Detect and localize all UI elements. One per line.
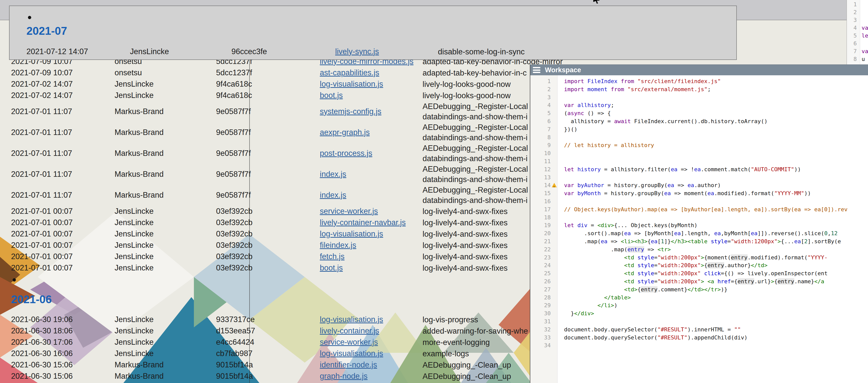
- file-link[interactable]: post-process.js: [320, 149, 372, 158]
- file-link[interactable]: lively-container-navbar.js: [320, 218, 406, 227]
- cell-commit-hash[interactable]: 9015bf14a: [216, 360, 253, 370]
- gutter-line-number: 4: [530, 101, 557, 109]
- cell-commit-hash[interactable]: e4cc64424: [216, 338, 254, 347]
- code-editor[interactable]: vale vau: [860, 0, 868, 68]
- cell-commit-hash[interactable]: 9e0587f7f: [216, 149, 251, 158]
- cell-commit-hash[interactable]: 03ef392cb: [216, 218, 253, 227]
- file-link[interactable]: log-visualisation.js: [320, 349, 383, 358]
- cell-file: log-visualisation.js: [320, 229, 383, 238]
- code-line: [564, 133, 868, 141]
- gutter-line-number: 15: [530, 189, 557, 197]
- file-link[interactable]: index.js: [320, 170, 346, 179]
- cell-commit-hash[interactable]: 03ef392cb: [216, 241, 253, 250]
- month-header: 2021-06: [11, 293, 52, 306]
- file-link[interactable]: graph-node.js: [320, 372, 368, 381]
- comment-line: more-event-logging: [423, 337, 490, 347]
- warning-icon[interactable]: [552, 183, 557, 187]
- cell-file: aexpr-graph.js: [320, 128, 370, 137]
- cell-commit-hash[interactable]: 9f4ca618c: [216, 91, 252, 100]
- file-link[interactable]: aexpr-graph.js: [320, 128, 370, 137]
- cell-file: log-visualisation.js: [320, 79, 383, 89]
- file-link[interactable]: fetch.js: [320, 252, 344, 261]
- gutter-line-number: 20: [530, 229, 557, 237]
- gutter-line-number: 11: [530, 157, 557, 165]
- cell-date: 2021-07-01 00:07: [11, 263, 73, 273]
- cell-author: Markus-Brand: [115, 149, 164, 158]
- cell-author: Markus-Brand: [115, 107, 164, 116]
- table-row: 2021-07-01 11:07Markus-Brand9e0587f7faex…: [11, 122, 52, 143]
- code-editor[interactable]: import FileIndex from "src/client/filein…: [558, 75, 868, 383]
- code-line: document.body.querySelector("#RESULT").a…: [564, 333, 868, 342]
- table-row: 2021-07-01 00:07JensLincke03ef392cblivel…: [11, 217, 52, 228]
- comment-line: example-logs: [423, 348, 469, 358]
- cell-commit-hash[interactable]: 96ccec3fe: [231, 47, 267, 56]
- file-link[interactable]: boot.js: [320, 263, 343, 272]
- table-row: 2021-07-01 00:07JensLincke03ef392cbservi…: [11, 205, 52, 217]
- cell-commit-hash[interactable]: 5dcc1237f: [216, 68, 252, 77]
- cell-comment: AEDebugging_-Register-Localdatabindings-…: [423, 101, 528, 122]
- overlay-window[interactable]: 2021-07 2021-07-12 14:07JensLincke96ccec…: [9, 5, 737, 60]
- file-link[interactable]: index.js: [320, 191, 346, 199]
- file-link[interactable]: fileindex.js: [320, 241, 356, 250]
- cell-date: 2021-06-30 19:06: [11, 315, 73, 324]
- cell-comment: lively-log-looks-good-now: [423, 90, 511, 100]
- cell-date: 2021-06-30 15:06: [11, 360, 73, 370]
- cell-author: JensLincke: [115, 315, 154, 324]
- code-line: [862, 39, 868, 47]
- file-link[interactable]: service-worker.js: [320, 338, 378, 347]
- cell-author: JensLincke: [115, 252, 154, 261]
- file-link[interactable]: log-visualisation.js: [320, 79, 383, 88]
- cell-file: lively-container.js: [320, 326, 379, 336]
- cell-commit-hash[interactable]: 9e0587f7f: [216, 128, 251, 137]
- gutter-line-number: 16: [530, 197, 557, 205]
- code-line: </table>: [564, 294, 868, 302]
- cell-date: 2021-07-01 11:07: [11, 170, 72, 179]
- code-line: var allhistory;: [564, 101, 868, 109]
- cell-commit-hash[interactable]: 9e0587f7f: [216, 170, 251, 179]
- file-link[interactable]: log-visualisation.js: [320, 229, 383, 238]
- file-link[interactable]: identifier-node.js: [320, 360, 377, 369]
- gutter-line-number: 17: [530, 205, 557, 214]
- code-line: va: [862, 47, 868, 55]
- table-row: 2021-06-30 17:06JensLinckee4cc64424servi…: [11, 337, 52, 348]
- cell-commit-hash[interactable]: cb7fab987: [216, 349, 253, 358]
- cell-commit-hash[interactable]: 03ef392cb: [216, 229, 253, 238]
- gutter-line-number: 28: [530, 294, 557, 302]
- workspace-titlebar[interactable]: Workspace: [530, 64, 868, 75]
- code-line: [564, 149, 868, 157]
- cell-comment: log-vis-progress: [423, 314, 478, 325]
- gutter-line-number: 3: [847, 16, 860, 24]
- file-link[interactable]: lively-container.js: [320, 326, 379, 335]
- file-link[interactable]: lively-sync.js: [335, 47, 379, 56]
- cell-author: Markus-Brand: [115, 191, 164, 200]
- gutter-line-number: 22: [530, 246, 557, 254]
- code-line: [564, 93, 868, 101]
- file-link[interactable]: boot.js: [320, 91, 343, 100]
- cell-commit-hash[interactable]: 9337317ce: [216, 315, 255, 324]
- file-link[interactable]: log-visualisation.js: [320, 315, 383, 324]
- cell-commit-hash[interactable]: 9015bf14a: [216, 372, 253, 381]
- gutter-line-number: 3: [530, 93, 557, 101]
- comment-line: AEDebugging_-Register-Local: [423, 164, 528, 174]
- code-line: allhistory = await FileIndex.current().d…: [564, 117, 868, 125]
- cell-commit-hash[interactable]: 03ef392cb: [216, 263, 253, 273]
- file-link[interactable]: service-worker.js: [320, 207, 378, 216]
- code-line: <td>{entry.comment}</td></tr>)}: [564, 286, 868, 294]
- comment-line: log-lively4-and-swx-fixes: [423, 263, 508, 273]
- table-row: 2021-07-12 14:07JensLincke96ccec3felivel…: [26, 46, 736, 57]
- cell-commit-hash[interactable]: 03ef392cb: [216, 252, 253, 261]
- file-link[interactable]: systemjs-config.js: [320, 107, 381, 116]
- file-link[interactable]: ast-capabilities.js: [320, 68, 379, 77]
- cell-commit-hash[interactable]: d153eea57: [216, 326, 255, 336]
- code-line: [564, 342, 868, 350]
- cell-commit-hash[interactable]: 9e0587f7f: [216, 191, 251, 200]
- cell-commit-hash[interactable]: 03ef392cb: [216, 207, 253, 216]
- workspace-window: Workspace 123456789101112131415161718192…: [530, 64, 868, 383]
- menu-hamburger-icon[interactable]: [533, 67, 540, 73]
- cell-file: graph-node.js: [320, 372, 368, 381]
- cell-date: 2021-07-01 00:07: [11, 207, 73, 216]
- cell-commit-hash[interactable]: 9f4ca618c: [216, 79, 252, 89]
- table-row: 2021-07-01 11:07Markus-Brand9e0587f7fpos…: [11, 143, 52, 164]
- gutter-line-number: 8: [847, 55, 860, 63]
- cell-commit-hash[interactable]: 9e0587f7f: [216, 107, 251, 116]
